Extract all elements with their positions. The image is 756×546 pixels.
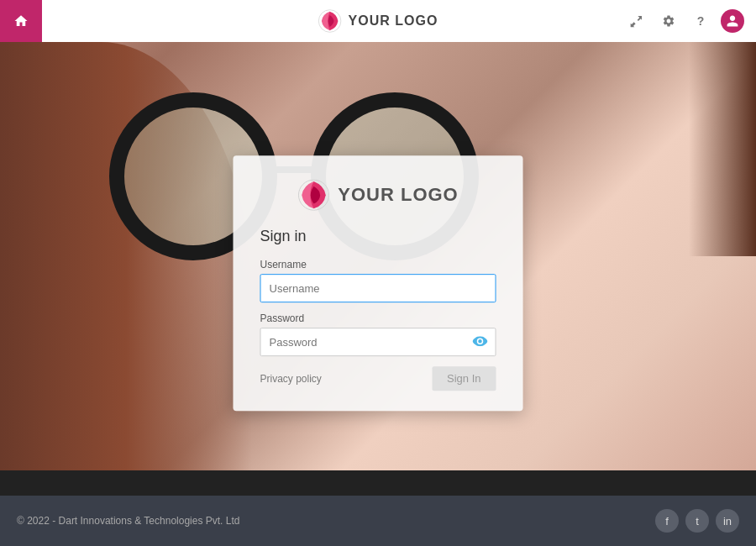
password-label: Password — [260, 312, 496, 324]
logo-icon — [318, 9, 342, 33]
top-navigation: YOUR LOGO ? — [0, 0, 756, 42]
topnav-logo-text: YOUR LOGO — [349, 13, 438, 29]
signin-button[interactable]: Sign In — [432, 366, 496, 391]
password-toggle-icon[interactable] — [473, 334, 488, 349]
username-field-wrap — [260, 274, 496, 302]
twitter-icon[interactable]: t — [685, 509, 709, 533]
home-button[interactable] — [0, 0, 42, 42]
topnav-logo: YOUR LOGO — [318, 9, 438, 33]
privacy-policy-link[interactable]: Privacy policy — [260, 373, 322, 385]
linkedin-icon[interactable]: in — [716, 509, 739, 533]
modal-logo: YOUR LOGO — [260, 179, 496, 211]
username-input[interactable] — [260, 274, 496, 302]
social-links: f t in — [655, 509, 739, 533]
topnav-actions: ? — [625, 9, 756, 33]
signin-title: Sign in — [260, 228, 496, 245]
help-icon[interactable]: ? — [689, 9, 712, 33]
settings-icon[interactable] — [657, 9, 680, 33]
signin-modal: YOUR LOGO Sign in Username Password Priv… — [234, 155, 523, 411]
user-avatar[interactable] — [721, 9, 744, 33]
modal-logo-icon — [297, 179, 329, 211]
page-footer: © 2022 - Dart Innovations & Technologies… — [0, 496, 756, 546]
password-input[interactable] — [260, 328, 496, 356]
copyright-text: © 2022 - Dart Innovations & Technologies… — [17, 515, 239, 527]
username-label: Username — [260, 259, 496, 270]
password-field-wrap — [260, 328, 496, 356]
facebook-icon[interactable]: f — [655, 509, 679, 533]
modal-footer: Privacy policy Sign In — [260, 366, 496, 391]
expand-icon[interactable] — [625, 9, 648, 33]
modal-logo-text: YOUR LOGO — [338, 184, 458, 206]
